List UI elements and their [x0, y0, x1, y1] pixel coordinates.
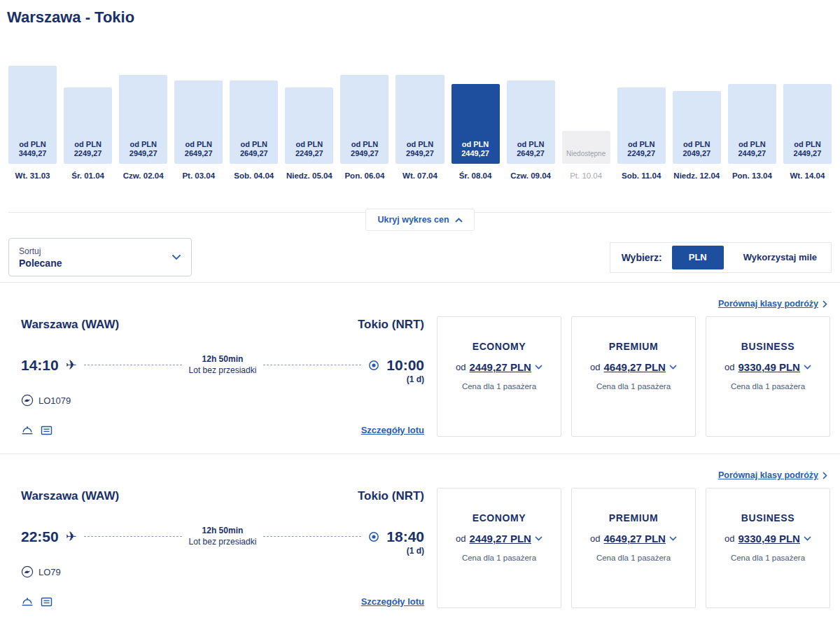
fare-class-label: PREMIUM [609, 512, 658, 524]
fare-class-label: PREMIUM [609, 341, 658, 352]
fare-price-dropdown[interactable]: od 2449,27 PLN [456, 533, 542, 545]
flight-details-link[interactable]: Szczegóły lotu [361, 425, 424, 435]
fare-box-business: BUSINESS od 9330,49 PLN Cena dla 1 pasaż… [706, 316, 830, 437]
price-bar[interactable]: od PLN2649,27 [230, 80, 278, 164]
destination-city: Tokio (NRT) [358, 489, 424, 503]
sort-label: Sortuj [19, 246, 62, 256]
fare-price-dropdown[interactable]: od 4649,27 PLN [590, 361, 677, 373]
origin-city: Warszawa (WAW) [21, 489, 119, 503]
price-bar-day-label: Pon. 13.04 [728, 171, 776, 180]
flight-card: Porównaj klasy podróży Warszawa (WAW) To… [0, 282, 840, 448]
compare-classes-link[interactable]: Porównaj klasy podróży [718, 470, 827, 480]
fare-price-dropdown[interactable]: od 9330,49 PLN [724, 361, 811, 373]
price-bar-day-label: Wt. 31.03 [8, 171, 57, 180]
flight-path-line [263, 365, 361, 365]
price-bar[interactable]: od PLN2649,27 [507, 80, 555, 164]
price-bar[interactable]: od PLN2949,27 [396, 75, 444, 164]
price-bar-day-label: Niedz. 05.04 [285, 171, 333, 180]
hide-price-chart-button[interactable]: Ukryj wykres cen [365, 209, 474, 231]
compare-classes-link[interactable]: Porównaj klasy podróży [718, 299, 827, 309]
hide-price-chart-label: Ukryj wykres cen [377, 215, 449, 225]
meal-icon [21, 425, 34, 435]
flight-stops: Lot bez przesiadki [189, 365, 257, 377]
page-title: Warszawa - Tokio [7, 8, 840, 27]
price-bar[interactable]: od PLN2049,27 [673, 91, 721, 164]
fare-price[interactable]: 2449,27 PLN [470, 533, 531, 545]
fare-price-prefix: od [456, 533, 465, 544]
price-bar-selected[interactable]: od PLN2449,27 [451, 84, 500, 164]
price-bar-day-label: Czw. 02.04 [119, 171, 167, 180]
flight-number: LO1079 [38, 395, 71, 406]
fare-note: Cena dla 1 pasażera [731, 554, 805, 562]
flight-summary: Warszawa (WAW) Tokio (NRT) 14:10 ✈ 12h 5… [10, 316, 427, 437]
fare-price-prefix: od [724, 533, 734, 544]
currency-switch-label: Wybierz: [622, 252, 662, 263]
price-bar-day-label: Pon. 06.04 [340, 171, 388, 180]
compare-classes-label: Porównaj klasy podróży [718, 470, 818, 480]
flight-duration: 12h 50min [189, 526, 257, 537]
price-chart-bars: od PLN3449,27Wt. 31.03od PLN2249,27Śr. 0… [8, 66, 832, 180]
fare-class-label: BUSINESS [741, 512, 794, 524]
currency-option-miles[interactable]: Wykorzystaj mile [734, 246, 827, 269]
compare-classes-label: Porównaj klasy podróży [718, 299, 818, 309]
fare-box-business: BUSINESS od 9330,49 PLN Cena dla 1 pasaż… [706, 488, 830, 608]
fare-price-prefix: od [456, 362, 465, 372]
fare-price-prefix: od [590, 362, 600, 372]
fare-box-economy: ECONOMY od 2449,27 PLN Cena dla 1 pasaże… [437, 488, 561, 608]
price-bar-day-label: Niedz. 12.04 [673, 171, 721, 180]
chevron-down-icon [804, 536, 811, 541]
price-bar-day-label: Sob. 11.04 [617, 171, 666, 180]
chevron-down-icon [535, 536, 542, 541]
arrival-time: 10:00 [386, 357, 424, 374]
currency-option-pln[interactable]: PLN [672, 246, 724, 269]
sort-selected-value: Polecane [19, 258, 62, 269]
fare-price-dropdown[interactable]: od 2449,27 PLN [456, 361, 542, 373]
price-bar[interactable]: od PLN2249,27 [617, 87, 666, 164]
price-bar[interactable]: od PLN2949,27 [340, 75, 388, 164]
origin-city: Warszawa (WAW) [21, 318, 119, 332]
flight-stops: Lot bez przesiadki [189, 537, 257, 548]
price-bar[interactable]: od PLN2649,27 [174, 80, 223, 164]
price-bar-day-label: Czw. 09.04 [507, 171, 555, 180]
fare-price[interactable]: 9330,49 PLN [738, 533, 800, 545]
fare-price-dropdown[interactable]: od 4649,27 PLN [590, 533, 677, 545]
fare-class-label: BUSINESS [741, 341, 794, 352]
chevron-down-icon [172, 254, 181, 260]
plane-icon: ✈ [66, 530, 77, 543]
departure-time: 14:10 [21, 357, 59, 374]
fare-class-label: ECONOMY [472, 341, 526, 352]
price-bar-day-label: Sob. 04.04 [230, 171, 278, 180]
sort-dropdown[interactable]: Sortuj Polecane [8, 238, 192, 276]
entertainment-icon [41, 597, 52, 607]
fare-price-prefix: od [724, 362, 734, 372]
fare-price-dropdown[interactable]: od 9330,49 PLN [724, 533, 811, 545]
currency-switch: Wybierz: PLN Wykorzystaj mile [610, 242, 832, 273]
fare-price[interactable]: 2449,27 PLN [470, 361, 531, 373]
price-bar[interactable]: od PLN2249,27 [64, 87, 112, 164]
fare-price[interactable]: 9330,49 PLN [738, 361, 800, 373]
meal-icon [21, 596, 34, 607]
chevron-down-icon [804, 365, 811, 370]
departure-time: 22:50 [21, 528, 59, 545]
chevron-up-icon [455, 218, 463, 223]
price-bar-day-label: Śr. 08.04 [451, 171, 500, 180]
price-bar[interactable]: od PLN3449,27 [8, 66, 57, 164]
arrival-target-icon [368, 531, 379, 542]
fare-price[interactable]: 4649,27 PLN [604, 361, 666, 373]
arrival-time: 18:40 [386, 528, 424, 545]
lot-airline-logo-icon [21, 394, 34, 407]
price-bar-unavailable: Niedostępne [562, 131, 610, 164]
price-bar-day-label: Wt. 14.04 [783, 171, 832, 180]
price-bar[interactable]: od PLN2949,27 [119, 75, 167, 164]
fare-note: Cena dla 1 pasażera [596, 554, 671, 562]
price-bar[interactable]: od PLN2449,27 [728, 84, 776, 164]
fare-price[interactable]: 4649,27 PLN [604, 533, 666, 545]
price-bar-day-label: Pt. 03.04 [174, 171, 223, 180]
flight-details-link[interactable]: Szczegóły lotu [361, 596, 424, 607]
entertainment-icon [41, 426, 52, 435]
price-bar[interactable]: od PLN2449,27 [783, 84, 832, 164]
flight-path-line [263, 536, 361, 537]
fare-note: Cena dla 1 pasażera [462, 382, 536, 391]
fare-note: Cena dla 1 pasażera [596, 382, 671, 391]
price-bar[interactable]: od PLN2249,27 [285, 87, 333, 164]
